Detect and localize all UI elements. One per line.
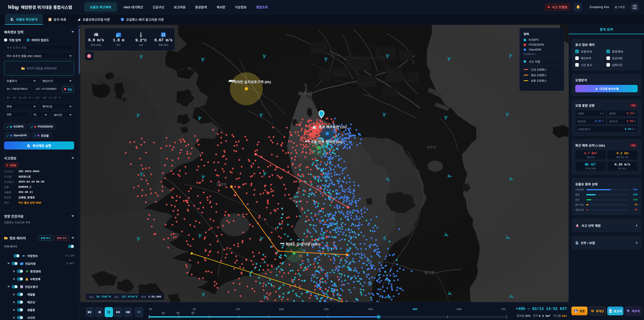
svg-text:$: $ (26, 278, 27, 280)
svg-text:국동 전복 양식장 (3h): 국동 전복 양식장 (3h) (310, 140, 343, 144)
svg-text:돌산읍: 돌산읍 (424, 270, 434, 275)
svg-text:화양면: 화양면 (216, 183, 226, 187)
svg-text:여수시: 여수시 (298, 91, 312, 97)
svg-text:여자만 습지보호구역 (6h): 여자만 습지보호구역 (6h) (234, 80, 271, 84)
svg-text:우두리: 우두리 (427, 145, 436, 149)
svg-text:화태도 김 양식장 (10h): 화태도 김 양식장 (10h) (286, 242, 320, 246)
svg-text:여자리: 여자리 (94, 82, 103, 85)
svg-text:종포 해수욕장 (1h): 종포 해수욕장 (1h) (319, 125, 346, 129)
